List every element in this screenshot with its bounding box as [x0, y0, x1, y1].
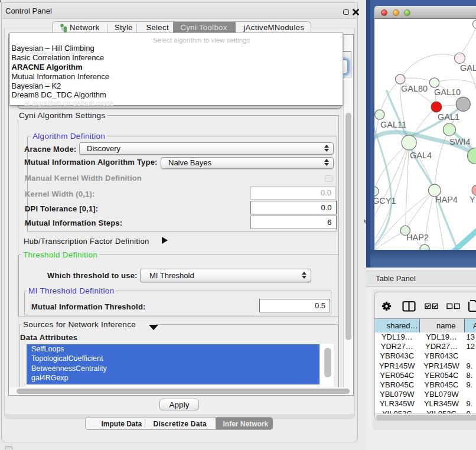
svg-text:HAP4: HAP4 — [435, 194, 458, 204]
svg-text:GAL7: GAL7 — [460, 63, 476, 73]
svg-text:GAL80: GAL80 — [401, 84, 428, 93]
svg-text:GAL10: GAL10 — [434, 87, 461, 96]
svg-text:GAL4: GAL4 — [410, 151, 432, 160]
svg-text:GAL1: GAL1 — [438, 112, 459, 122]
svg-text:HAP2: HAP2 — [406, 233, 429, 242]
svg-text:Y: Y — [470, 194, 475, 204]
svg-text:SWI4: SWI4 — [449, 137, 470, 146]
svg-text:GAL11: GAL11 — [380, 120, 406, 129]
svg-text:GCY1: GCY1 — [374, 195, 396, 205]
